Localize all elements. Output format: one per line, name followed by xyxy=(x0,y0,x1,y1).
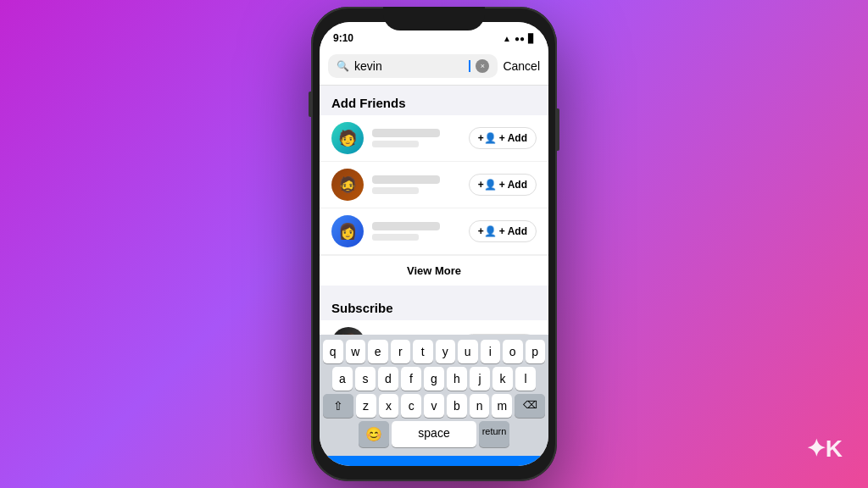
key-t[interactable]: t xyxy=(413,340,433,363)
search-bar[interactable]: 🔍 kevin × xyxy=(328,54,498,78)
key-w[interactable]: w xyxy=(346,340,366,363)
add-label-1: + Add xyxy=(499,132,527,144)
bottom-bar xyxy=(320,456,548,466)
friend-info-3 xyxy=(372,222,460,241)
search-clear-button[interactable]: × xyxy=(476,59,489,73)
key-y[interactable]: y xyxy=(436,340,456,363)
friend-name-3 xyxy=(372,222,440,230)
add-label-2: + Add xyxy=(499,179,527,191)
key-q[interactable]: q xyxy=(323,340,343,363)
status-time: 9:10 xyxy=(333,32,353,44)
signal-icon: ▲ xyxy=(503,34,511,43)
phone-notch xyxy=(383,7,485,30)
key-d[interactable]: d xyxy=(378,367,398,391)
cursor xyxy=(469,60,470,72)
key-i[interactable]: i xyxy=(481,340,501,363)
battery-icon: ▊ xyxy=(528,34,535,43)
space-key[interactable]: space xyxy=(392,421,476,447)
search-bar-container: 🔍 kevin × Cancel xyxy=(320,49,548,86)
key-r[interactable]: r xyxy=(391,340,411,363)
subscribe-header: Subscribe xyxy=(320,291,548,320)
kevin-hart-avatar: 🧑🏾 xyxy=(331,327,365,335)
key-k[interactable]: k xyxy=(492,367,513,391)
emoji-key[interactable]: 😊 xyxy=(359,421,389,447)
key-v[interactable]: v xyxy=(424,394,444,418)
side-button-volume xyxy=(309,92,311,117)
avatar-emoji-1: 🧑 xyxy=(338,129,357,147)
keyboard-row-1: q w e r t y u i o p xyxy=(323,340,545,363)
friend-username-2 xyxy=(372,187,419,194)
friend-avatar-1: 🧑 xyxy=(331,122,364,154)
add-friends-list: 🧑 +👤 + Add 🧔 xyxy=(320,115,548,286)
keyboard-row-3: ⇧ z x c v b n m ⌫ xyxy=(323,394,545,418)
avatar-emoji-2: 🧔 xyxy=(338,175,357,194)
status-icons: ▲ ●● ▊ xyxy=(503,34,535,43)
add-friend-button-2[interactable]: +👤 + Add xyxy=(469,174,537,196)
key-f[interactable]: f xyxy=(401,367,421,391)
key-l[interactable]: l xyxy=(515,367,536,391)
subscribe-item-1: 🧑🏾 Kevin Hart lilswag79 🔖 Subscribe xyxy=(320,320,548,335)
add-icon-1: +👤 xyxy=(478,132,497,144)
phone-screen: 9:10 ▲ ●● ▊ 🔍 kevin × Cancel Add Friends xyxy=(320,22,548,466)
subscribe-section: Subscribe 🧑🏾 Kevin Hart lilswag79 xyxy=(320,291,548,335)
key-g[interactable]: g xyxy=(424,367,444,391)
scroll-content: Add Friends 🧑 +👤 + Add xyxy=(320,86,548,335)
friend-avatar-3: 👩 xyxy=(331,215,364,247)
friend-info-2 xyxy=(372,175,460,194)
clear-icon: × xyxy=(481,62,485,70)
key-o[interactable]: o xyxy=(503,340,523,363)
friend-username-1 xyxy=(372,141,419,147)
add-friend-button-1[interactable]: +👤 + Add xyxy=(469,127,537,149)
delete-key[interactable]: ⌫ xyxy=(515,394,545,418)
add-icon-2: +👤 xyxy=(478,179,497,191)
key-c[interactable]: c xyxy=(401,394,421,418)
friend-item-1: 🧑 +👤 + Add xyxy=(320,115,548,162)
friend-item-3: 👩 +👤 + Add xyxy=(320,208,548,255)
avatar-emoji-3: 👩 xyxy=(338,222,357,241)
key-b[interactable]: b xyxy=(447,394,467,418)
key-u[interactable]: u xyxy=(458,340,478,363)
cancel-button[interactable]: Cancel xyxy=(503,59,540,73)
shift-key[interactable]: ⇧ xyxy=(323,394,353,418)
key-s[interactable]: s xyxy=(355,367,376,391)
keyboard: q w e r t y u i o p a s d f g h j k xyxy=(320,335,548,456)
search-input[interactable]: kevin xyxy=(354,59,463,73)
friend-username-3 xyxy=(372,234,419,241)
key-m[interactable]: m xyxy=(492,394,512,418)
add-friend-button-3[interactable]: +👤 + Add xyxy=(469,220,537,242)
view-more-button[interactable]: View More xyxy=(320,255,548,286)
friend-avatar-2: 🧔 xyxy=(331,169,364,201)
search-icon: 🔍 xyxy=(337,60,349,72)
wifi-icon: ●● xyxy=(515,34,525,43)
key-h[interactable]: h xyxy=(447,367,467,391)
add-label-3: + Add xyxy=(499,225,527,237)
key-j[interactable]: j xyxy=(470,367,490,391)
friend-name-1 xyxy=(372,129,440,137)
friend-info-1 xyxy=(372,129,460,147)
add-icon-3: +👤 xyxy=(478,225,497,237)
key-n[interactable]: n xyxy=(470,394,490,418)
phone-frame: 9:10 ▲ ●● ▊ 🔍 kevin × Cancel Add Friends xyxy=(311,7,557,481)
key-p[interactable]: p xyxy=(526,340,546,363)
knowtechie-logo: ✦K xyxy=(806,435,843,463)
key-a[interactable]: a xyxy=(332,367,353,391)
return-key[interactable]: return xyxy=(479,421,509,447)
keyboard-row-2: a s d f g h j k l xyxy=(323,367,545,391)
key-z[interactable]: z xyxy=(356,394,376,418)
side-button-power xyxy=(557,108,559,151)
key-e[interactable]: e xyxy=(368,340,388,363)
key-x[interactable]: x xyxy=(379,394,399,418)
add-friends-header: Add Friends xyxy=(320,86,548,115)
friend-item-2: 🧔 +👤 + Add xyxy=(320,162,548,208)
keyboard-bottom-row: 😊 space return xyxy=(323,421,545,447)
friend-name-2 xyxy=(372,175,440,184)
